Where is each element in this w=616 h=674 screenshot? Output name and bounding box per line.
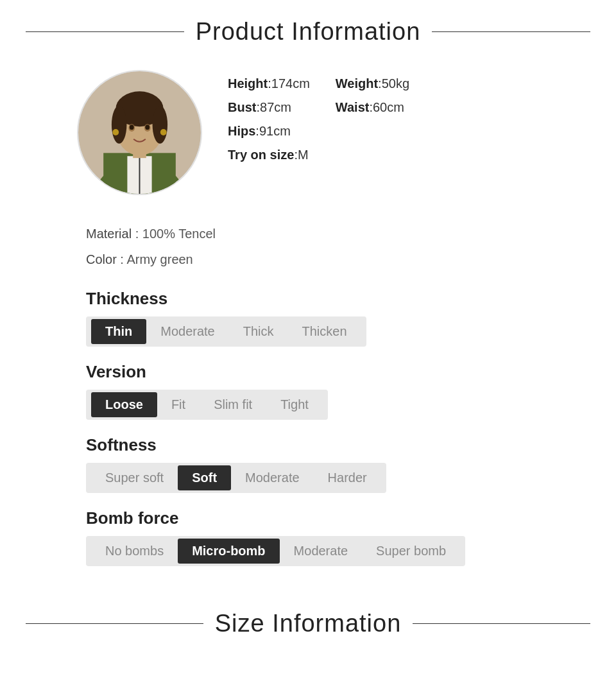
bust-label: Bust [228, 100, 256, 114]
product-info-area: Height:174cm Bust:87cm Hips:91cm Try on … [0, 57, 616, 202]
softness-option-harder[interactable]: Harder [314, 465, 381, 490]
svg-point-15 [160, 129, 167, 135]
bomb-option-super-bomb[interactable]: Super bomb [362, 539, 460, 564]
bust-spec: Bust:87cm [228, 100, 310, 115]
material-value: 100% Tencel [142, 227, 216, 241]
material-label: Material [86, 227, 132, 241]
try-value: :M [294, 148, 308, 162]
size-line-left [26, 623, 203, 625]
svg-point-8 [112, 106, 127, 144]
thickness-option-thicken[interactable]: Thicken [288, 319, 361, 344]
softness-option-moderate[interactable]: Moderate [231, 465, 314, 490]
version-bar: Loose Fit Slim fit Tight [86, 390, 328, 420]
version-title: Version [86, 362, 539, 382]
bomb-option-moderate[interactable]: Moderate [280, 539, 363, 564]
model-specs: Height:174cm Bust:87cm Hips:91cm Try on … [228, 70, 409, 162]
specs-col-right: Weight:50kg Waist:60cm [336, 76, 409, 162]
title-line-left [26, 31, 184, 33]
model-avatar [77, 70, 202, 195]
version-option-slim-fit[interactable]: Slim fit [200, 392, 266, 417]
version-option-loose[interactable]: Loose [91, 392, 157, 417]
version-option-fit[interactable]: Fit [157, 392, 200, 417]
waist-label: Waist [336, 100, 370, 114]
softness-option-soft[interactable]: Soft [178, 465, 231, 490]
bomb-option-micro-bomb[interactable]: Micro-bomb [178, 539, 279, 564]
try-label: Try on size [228, 148, 294, 162]
hips-label: Hips [228, 124, 255, 138]
svg-point-13 [145, 125, 150, 130]
weight-label: Weight [336, 76, 378, 91]
size-info-title-section: Size Information [0, 584, 616, 644]
svg-point-9 [153, 106, 168, 144]
hips-spec: Hips:91cm [228, 124, 310, 139]
product-info-title-section: Product Information [0, 0, 616, 57]
material-sep: : [132, 227, 142, 241]
thickness-section: Thickness Thin Moderate Thick Thicken [0, 279, 616, 352]
softness-section: Softness Super soft Soft Moderate Harder [0, 425, 616, 498]
svg-point-14 [112, 129, 119, 135]
color-row: Color : Army green [86, 246, 539, 272]
material-color-section: Material : 100% Tencel Color : Army gree… [0, 202, 616, 279]
try-spec: Try on size:M [228, 148, 310, 162]
bomb-option-no-bombs[interactable]: No bombs [91, 539, 178, 564]
waist-value: :60cm [369, 100, 404, 114]
hips-value: :91cm [255, 124, 290, 138]
weight-value: :50kg [378, 76, 409, 91]
size-info-heading: Size Information [215, 610, 402, 637]
height-spec: Height:174cm [228, 76, 310, 91]
height-value: :174cm [268, 76, 310, 91]
thickness-bar: Thin Moderate Thick Thicken [86, 316, 366, 347]
bomb-force-bar: No bombs Micro-bomb Moderate Super bomb [86, 536, 465, 566]
softness-title: Softness [86, 435, 539, 455]
weight-spec: Weight:50kg [336, 76, 409, 91]
specs-col-left: Height:174cm Bust:87cm Hips:91cm Try on … [228, 76, 310, 162]
height-label: Height [228, 76, 268, 91]
softness-bar: Super soft Soft Moderate Harder [86, 463, 386, 493]
thickness-option-thin[interactable]: Thin [91, 319, 146, 344]
waist-spec: Waist:60cm [336, 100, 409, 115]
color-value: Army green [126, 252, 193, 266]
bust-value: :87cm [256, 100, 291, 114]
title-line-right [432, 31, 590, 33]
product-info-heading: Product Information [196, 18, 421, 46]
softness-option-super-soft[interactable]: Super soft [91, 465, 178, 490]
bomb-force-title: Bomb force [86, 508, 539, 528]
bomb-force-section: Bomb force No bombs Micro-bomb Moderate … [0, 498, 616, 571]
thickness-title: Thickness [86, 289, 539, 309]
svg-point-12 [130, 125, 134, 130]
thickness-option-thick[interactable]: Thick [229, 319, 288, 344]
material-row: Material : 100% Tencel [86, 221, 539, 246]
version-section: Version Loose Fit Slim fit Tight [0, 352, 616, 425]
version-option-tight[interactable]: Tight [266, 392, 323, 417]
color-sep: : [117, 252, 127, 266]
color-label: Color [86, 252, 117, 266]
size-line-right [413, 623, 590, 625]
thickness-option-moderate[interactable]: Moderate [146, 319, 229, 344]
